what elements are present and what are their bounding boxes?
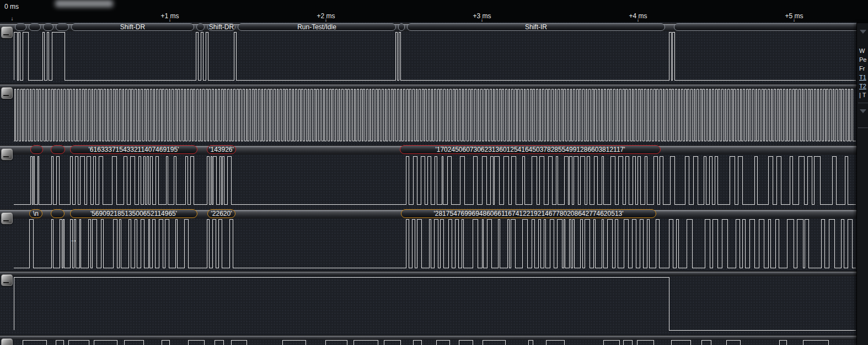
tick-down-arrow-icon: ↓: [481, 17, 484, 23]
waveform-ch1[interactable]: [14, 31, 856, 82]
annotation-bubble-ch4[interactable]: '281754769969486066116741221921467780208…: [401, 209, 656, 218]
measurements-panel: WPeFrT1T2| T: [856, 23, 868, 345]
channel-minimize-button-ch2[interactable]: [1, 87, 13, 99]
annotation-bubble-ch1[interactable]: Run-Test/Idle: [238, 23, 396, 31]
time-tick-label: 0 ms: [4, 3, 19, 10]
tick-down-arrow-icon: ↓: [169, 17, 172, 23]
logic-analyzer-viewer: 0 ms↓+1 ms↓+2 ms↓+3 ms↓+4 ms↓+5 ms↓ Shif…: [0, 0, 868, 345]
annotation-bubble-ch4[interactable]: '56909218513500652114965': [70, 209, 197, 218]
minus-icon: [3, 95, 9, 96]
annotation-label: Shift-IR: [525, 23, 547, 31]
redacted-label-blur: [55, 0, 113, 7]
tick-down-arrow-icon: ↓: [793, 17, 796, 23]
horizontal-resize-cursor-icon: ⇔: [70, 237, 77, 244]
minus-icon: [3, 34, 9, 35]
annotation-bubble-ch1[interactable]: Shift-IR: [407, 23, 665, 31]
annotation-bubble-ch4[interactable]: [51, 209, 65, 218]
annotation-bubble-ch1[interactable]: [674, 23, 861, 31]
annotation-bubble-ch1[interactable]: [29, 23, 41, 31]
annotation-label: Shift-DR: [209, 23, 234, 31]
measurement-item-w: W: [859, 47, 865, 54]
annotation-label: '281754769969486066116741221921467780208…: [433, 210, 623, 217]
minus-icon: [3, 156, 9, 157]
annotation-bubble-ch4[interactable]: '22620': [207, 209, 235, 218]
annotation-label: \n: [33, 210, 39, 217]
channel-minimize-button-ch3[interactable]: [1, 148, 13, 160]
annotation-bubble-ch3[interactable]: '616333715433211407469195': [70, 145, 197, 154]
measurement-item-t: | T: [859, 92, 866, 98]
annotation-label: Run-Test/Idle: [297, 23, 336, 31]
annotation-label: '170245060730623136012541645037828554991…: [435, 146, 625, 153]
channel-minimize-button-ch4[interactable]: [1, 213, 13, 224]
annotation-label: Shift-DR: [120, 23, 145, 31]
waveform-ch2[interactable]: [14, 87, 856, 142]
annotation-bubble-ch4[interactable]: \n: [29, 209, 42, 218]
annotation-bubble-ch1[interactable]: [15, 23, 26, 31]
annotation-label: '143926': [209, 146, 234, 153]
channel-minimize-button-ch5[interactable]: [1, 274, 13, 286]
annotation-bubble-ch3[interactable]: '170245060730623136012541645037828554991…: [400, 145, 661, 154]
tick-down-arrow-icon: ↓: [11, 16, 14, 22]
measurement-item-fr: Fr: [859, 65, 865, 72]
annotation-bubble-ch1[interactable]: [398, 23, 405, 31]
channel-minimize-button-ch1[interactable]: [1, 26, 13, 38]
tick-down-arrow-icon: ↓: [637, 17, 640, 23]
waveform-ch5[interactable]: [14, 275, 856, 331]
panel-separator: [858, 103, 868, 103]
annotation-bubble-ch1[interactable]: Shift-DR: [207, 23, 235, 31]
measurement-item-pe: Pe: [859, 56, 866, 63]
collapse-arrow-icon[interactable]: [860, 30, 866, 34]
time-ruler: 0 ms↓+1 ms↓+2 ms↓+3 ms↓+4 ms↓+5 ms↓: [0, 0, 868, 22]
annotation-label: '616333715433211407469195': [89, 146, 179, 153]
waveform-ch4[interactable]: [14, 218, 856, 269]
tick-down-arrow-icon: ↓: [325, 17, 328, 23]
annotation-bubble-ch1[interactable]: [196, 23, 205, 31]
annotation-bubble-ch3[interactable]: [51, 145, 65, 154]
annotation-bubble-ch3[interactable]: [30, 145, 43, 154]
waveform-ch3[interactable]: [14, 155, 856, 205]
annotation-label: '22620': [211, 210, 232, 217]
minus-icon: [3, 220, 9, 221]
annotation-bubble-ch1[interactable]: Shift-DR: [71, 23, 194, 31]
annotation-bubble-ch1[interactable]: [43, 23, 53, 31]
minus-icon: [3, 282, 9, 283]
measurement-item-t2[interactable]: T2: [859, 83, 866, 89]
annotation-label: '56909218513500652114965': [90, 210, 177, 217]
channel-minimize-button-ch6[interactable]: [1, 338, 13, 345]
collapse-arrow-icon[interactable]: [860, 109, 866, 113]
measurement-item-t1[interactable]: T1: [859, 74, 866, 81]
annotation-bubble-ch3[interactable]: '143926': [207, 145, 236, 154]
annotation-bubble-ch1[interactable]: [56, 23, 69, 31]
waveform-ch6[interactable]: [14, 339, 856, 345]
panel-dotted-divider: [858, 128, 868, 128]
